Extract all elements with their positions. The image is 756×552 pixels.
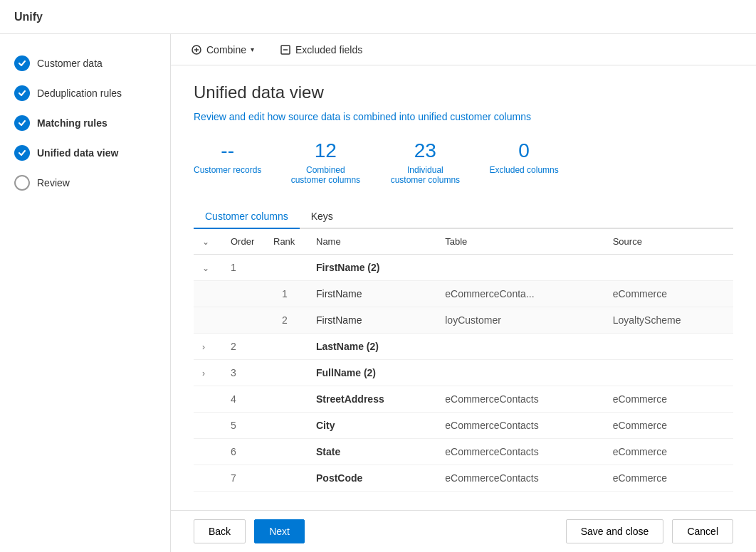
circle-empty-review xyxy=(14,175,30,191)
row-expand-empty xyxy=(194,439,222,465)
row-name: FullName (2) xyxy=(308,360,436,386)
combine-icon xyxy=(191,44,202,55)
row-expand-empty xyxy=(194,465,222,492)
footer-left: Back Next xyxy=(194,519,305,543)
row-indent xyxy=(194,281,222,307)
page-title: Unified data view xyxy=(194,83,733,102)
row-source xyxy=(604,334,733,360)
row-name: PostCode xyxy=(308,465,436,492)
stat-combined-columns: 12 Combined customer columns xyxy=(290,139,361,185)
row-source: eCommerce xyxy=(604,386,733,413)
table-row: 2 FirstName loyCustomer LoyaltyScheme xyxy=(194,307,733,334)
excluded-fields-label: Excluded fields xyxy=(295,44,362,55)
row-table: eCommerceContacts xyxy=(436,465,604,492)
stat-value-customer-records: -- xyxy=(221,139,234,162)
sidebar-item-matching-rules[interactable]: Matching rules xyxy=(0,108,170,138)
sidebar-label-unified-data-view: Unified data view xyxy=(37,147,118,159)
sidebar-label-review: Review xyxy=(37,177,70,189)
chevron-right-icon-fullname[interactable]: › xyxy=(202,368,205,378)
row-rank xyxy=(265,413,308,439)
row-expand-empty xyxy=(194,413,222,439)
row-rank xyxy=(265,439,308,465)
row-order: 5 xyxy=(222,413,265,439)
stat-value-combined-columns: 12 xyxy=(315,139,337,162)
sidebar-item-deduplication-rules[interactable]: Deduplication rules xyxy=(0,78,170,108)
row-expand-empty xyxy=(194,386,222,413)
check-icon-customer-data xyxy=(14,55,30,71)
chevron-down-icon[interactable]: ⌄ xyxy=(202,263,209,273)
tab-customer-columns[interactable]: Customer columns xyxy=(194,205,300,229)
th-order: Order xyxy=(222,229,265,255)
toolbar: Combine ▾ Excluded fields xyxy=(171,34,756,65)
excluded-fields-button[interactable]: Excluded fields xyxy=(274,41,368,58)
row-table: eCommerceContacts xyxy=(436,386,604,413)
save-close-button[interactable]: Save and close xyxy=(566,519,664,543)
table-row: › 2 LastName (2) xyxy=(194,334,733,360)
sidebar-label-customer-data: Customer data xyxy=(37,58,103,69)
row-order: 7 xyxy=(222,465,265,492)
sidebar-item-customer-data[interactable]: Customer data xyxy=(0,48,170,78)
chevron-right-icon[interactable]: › xyxy=(202,342,205,352)
table-row: ⌄ 1 FirstName (2) xyxy=(194,255,733,281)
table-row: 6 State eCommerceContacts eCommerce xyxy=(194,439,733,465)
back-button[interactable]: Back xyxy=(194,519,246,543)
sidebar-item-review[interactable]: Review xyxy=(0,168,170,198)
stat-label-customer-records: Customer records xyxy=(194,165,261,175)
table-row: 4 StreetAddress eCommerceContacts eComme… xyxy=(194,386,733,413)
main-layout: Customer data Deduplication rules Matchi… xyxy=(0,34,756,552)
stat-value-excluded-columns: 0 xyxy=(518,139,530,162)
stat-customer-records: -- Customer records xyxy=(194,139,261,185)
combine-label: Combine xyxy=(206,44,246,55)
excluded-fields-icon xyxy=(280,44,291,55)
sidebar-item-unified-data-view[interactable]: Unified data view xyxy=(0,138,170,168)
row-table xyxy=(436,334,604,360)
row-source xyxy=(604,360,733,386)
row-name: City xyxy=(308,413,436,439)
sidebar-label-matching-rules: Matching rules xyxy=(37,117,107,129)
row-order: 2 xyxy=(222,334,265,360)
row-table xyxy=(436,255,604,281)
row-rank xyxy=(265,360,308,386)
sidebar: Customer data Deduplication rules Matchi… xyxy=(0,34,171,552)
top-bar: Unify xyxy=(0,0,756,34)
row-name: StreetAddress xyxy=(308,386,436,413)
table-row: 1 FirstName eCommerceContа... eCommerce xyxy=(194,281,733,307)
combine-button[interactable]: Combine ▾ xyxy=(185,41,260,58)
sidebar-label-deduplication-rules: Deduplication rules xyxy=(37,87,122,99)
row-order: 6 xyxy=(222,439,265,465)
row-rank xyxy=(265,334,308,360)
page-subtitle: Review and edit how source data is combi… xyxy=(194,111,733,122)
app-title: Unify xyxy=(14,11,43,23)
row-source: eCommerce xyxy=(604,439,733,465)
tab-keys[interactable]: Keys xyxy=(300,205,345,229)
row-order: 4 xyxy=(222,386,265,413)
th-name: Name xyxy=(308,229,436,255)
next-button[interactable]: Next xyxy=(254,519,305,543)
row-rank xyxy=(265,386,308,413)
row-name: FirstName (2) xyxy=(308,255,436,281)
row-table: eCommerceContacts xyxy=(436,439,604,465)
row-indent xyxy=(194,307,222,334)
row-source: eCommerce xyxy=(604,413,733,439)
row-rank xyxy=(265,255,308,281)
footer: Back Next Save and close Cancel xyxy=(171,510,756,552)
stats-row: -- Customer records 12 Combined customer… xyxy=(194,139,733,185)
table-row: 7 PostCode eCommerceContacts eCommerce xyxy=(194,465,733,492)
tabs: Customer columns Keys xyxy=(194,205,733,229)
sort-icon: ⌄ xyxy=(202,237,209,247)
stat-label-excluded-columns: Excluded columns xyxy=(489,165,558,175)
stat-individual-columns: 23 Individual customer columns xyxy=(389,139,461,185)
row-order xyxy=(222,307,265,334)
row-source: eCommerce xyxy=(604,281,733,307)
th-expand: ⌄ xyxy=(194,229,222,255)
footer-right: Save and close Cancel xyxy=(566,519,733,543)
cancel-button[interactable]: Cancel xyxy=(672,519,733,543)
row-rank: 2 xyxy=(265,307,308,334)
stat-value-individual-columns: 23 xyxy=(414,139,436,162)
table-row: 5 City eCommerceContacts eCommerce xyxy=(194,413,733,439)
row-table: eCommerceContacts xyxy=(436,413,604,439)
row-name: FirstName xyxy=(308,281,436,307)
check-icon-deduplication-rules xyxy=(14,85,30,101)
data-table: ⌄ Order Rank Name Table Source ⌄ 1 xyxy=(194,229,733,492)
row-source: eCommerce xyxy=(604,465,733,492)
